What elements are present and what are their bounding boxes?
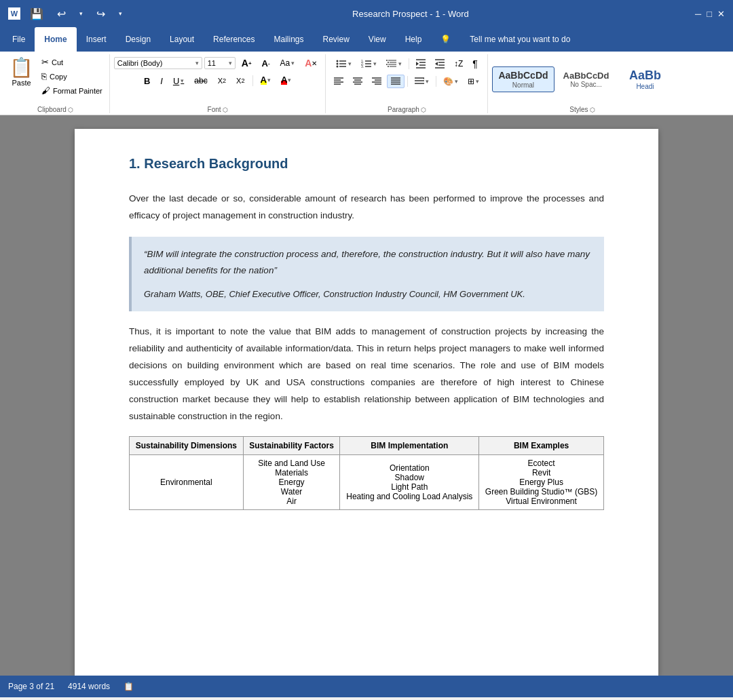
increase-indent-button[interactable] [431, 56, 449, 71]
cut-label: Cut [52, 58, 63, 66]
tab-file[interactable]: File [3, 27, 35, 52]
title-bar-right: ─ □ ✕ [695, 9, 725, 19]
document-area: 1. Research Background Over the last dec… [0, 115, 733, 676]
close-button[interactable]: ✕ [717, 9, 725, 19]
undo-button[interactable]: ↩ [53, 6, 70, 22]
col-header-bim-ex: BIM Examples [479, 436, 604, 454]
col-header-bim-impl: BIM Implementation [340, 436, 479, 454]
quote-text: “BIM will integrate the construction pro… [144, 246, 592, 279]
style-no-space[interactable]: AaBbCcDd No Spac... [557, 67, 616, 92]
paragraph-group: ▾ 1.2.3. ▾ ▾ ↕Z ¶ [327, 54, 488, 113]
font-shrink-button[interactable]: A- [258, 56, 274, 71]
undo-dropdown[interactable]: ▾ [75, 9, 87, 18]
minimize-button[interactable]: ─ [695, 9, 701, 19]
format-painter-icon: 🖌 [41, 85, 50, 96]
paragraph-2[interactable]: Thus, it is important to note the value … [129, 324, 604, 425]
sort-button[interactable]: ↕Z [450, 56, 467, 71]
language-icon[interactable]: 📋 [124, 682, 134, 691]
font-content: Calibri (Body) ▾ 11 ▾ A+ A- Aa▾ A ✕ B I … [114, 54, 322, 104]
clipboard-launcher[interactable]: ⬡ [68, 106, 73, 113]
font-group: Calibri (Body) ▾ 11 ▾ A+ A- Aa▾ A ✕ B I … [111, 54, 326, 113]
redo-button[interactable]: ↪ [92, 6, 109, 22]
copy-label: Copy [50, 73, 67, 81]
font-name-selector[interactable]: Calibri (Body) ▾ [114, 57, 202, 69]
line-spacing-button[interactable]: ▾ [411, 75, 433, 88]
paragraph-launcher[interactable]: ⬡ [421, 106, 426, 113]
clear-formatting-button[interactable]: A ✕ [301, 56, 321, 71]
styles-launcher[interactable]: ⬡ [590, 106, 595, 113]
title-bar: W 💾 ↩ ▾ ↪ ▾ Research Prospect - 1 - Word… [0, 0, 733, 27]
sustainability-table: Sustainability Dimensions Sustainability… [129, 436, 604, 510]
svg-text:3.: 3. [361, 64, 364, 69]
cell-environmental: Environmental [130, 454, 244, 509]
table-header-row: Sustainability Dimensions Sustainability… [130, 436, 604, 454]
style-heading-preview: AaBb [629, 69, 661, 83]
cell-factors: Site and Land Use Materials Energy Water… [243, 454, 340, 509]
styles-group: AaBbCcDd Normal AaBbCcDd No Spac... AaBb… [489, 54, 676, 113]
align-center-button[interactable] [349, 75, 366, 88]
tab-home[interactable]: Home [35, 27, 76, 52]
tab-help[interactable]: Help [396, 27, 432, 52]
copy-button[interactable]: ⎘ Copy [39, 70, 105, 83]
font-grow-button[interactable]: A+ [238, 56, 256, 71]
tab-view[interactable]: View [359, 27, 396, 52]
font-color-button[interactable]: A ▾ [277, 73, 295, 89]
paragraph-1[interactable]: Over the last decade or so, considerable… [129, 191, 604, 225]
paste-button[interactable]: 📋 Paste [5, 56, 37, 90]
style-nospace-preview: AaBbCcDd [563, 71, 609, 81]
font-case-button[interactable]: Aa▾ [276, 56, 299, 70]
cut-button[interactable]: ✂ Cut [39, 56, 105, 69]
tab-tell-me[interactable]: Tell me what you want to do [460, 27, 580, 52]
tab-design[interactable]: Design [116, 27, 160, 52]
style-heading[interactable]: AaBb Headi [618, 65, 672, 94]
superscript-button[interactable]: X2 [232, 75, 248, 87]
svg-point-12 [386, 60, 388, 61]
tab-references[interactable]: References [204, 27, 264, 52]
underline-button[interactable]: U▾ [169, 74, 188, 88]
align-right-button[interactable] [368, 75, 386, 88]
bullets-button[interactable]: ▾ [332, 56, 356, 71]
shading-button[interactable]: 🎨▾ [439, 74, 462, 89]
italic-button[interactable]: I [156, 74, 167, 88]
text-highlight-button[interactable]: A ▾ [257, 73, 275, 89]
tab-insert[interactable]: Insert [77, 27, 116, 52]
styles-content: AaBbCcDd Normal AaBbCcDd No Spac... AaBb… [492, 54, 672, 104]
svg-point-0 [336, 60, 338, 62]
copy-icon: ⎘ [41, 71, 47, 81]
restore-button[interactable]: □ [707, 9, 712, 19]
paragraph-row-2: ▾ 🎨▾ ⊞▾ [330, 74, 483, 89]
decrease-indent-button[interactable] [412, 56, 430, 71]
tab-layout[interactable]: Layout [160, 27, 204, 52]
numbering-button[interactable]: 1.2.3. ▾ [357, 56, 381, 71]
cut-icon: ✂ [41, 57, 49, 67]
cell-bim-ex: Ecotect Revit Energy Plus Green Building… [479, 454, 604, 509]
format-painter-button[interactable]: 🖌 Format Painter [39, 84, 105, 97]
show-marks-button[interactable]: ¶ [468, 56, 482, 72]
document-page: 1. Research Background Over the last dec… [75, 129, 658, 676]
clipboard-small-buttons: ✂ Cut ⎘ Copy 🖌 Format Painter [39, 56, 105, 97]
multilevel-list-button[interactable]: ▾ [382, 56, 406, 71]
svg-point-16 [386, 64, 388, 65]
style-nospace-label: No Spac... [570, 81, 602, 88]
save-button[interactable]: 💾 [26, 6, 48, 22]
subscript-button[interactable]: X2 [214, 75, 230, 87]
tab-lightbulb[interactable]: 💡 [431, 27, 460, 52]
paragraph-row-1: ▾ 1.2.3. ▾ ▾ ↕Z ¶ [332, 56, 482, 72]
quote-attribution: Graham Watts, OBE, Chief Executive Offic… [144, 286, 592, 302]
paragraph-group-label: Paragraph ⬡ [388, 104, 426, 113]
tab-review[interactable]: Review [313, 27, 358, 52]
status-bar: Page 3 of 21 4914 words 📋 [0, 676, 733, 697]
tab-mailings[interactable]: Mailings [264, 27, 313, 52]
borders-button[interactable]: ⊞▾ [464, 74, 483, 89]
quick-access-dropdown[interactable]: ▾ [115, 9, 126, 18]
strikethrough-button[interactable]: abc [190, 74, 211, 88]
font-name-value: Calibri (Body) [117, 59, 163, 67]
align-left-button[interactable] [330, 75, 347, 88]
bold-button[interactable]: B [140, 74, 154, 88]
para-divider-2 [407, 76, 408, 86]
col-header-dimensions: Sustainability Dimensions [130, 436, 244, 454]
font-size-selector[interactable]: 11 ▾ [204, 57, 236, 69]
style-normal[interactable]: AaBbCcDd Normal [492, 66, 554, 92]
justify-button[interactable] [387, 75, 405, 88]
font-launcher[interactable]: ⬡ [223, 106, 228, 113]
